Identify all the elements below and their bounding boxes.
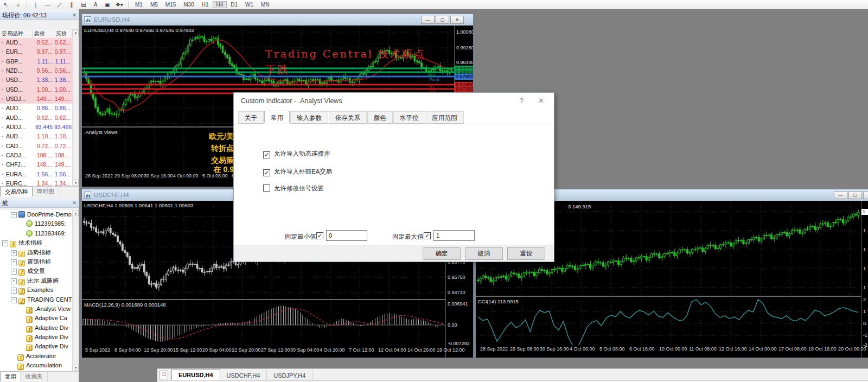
symbol-row[interactable]: AUD...1.10...1.10... [0,132,72,141]
trendline-icon[interactable]: ／ [54,1,66,9]
dialog-tab-5[interactable]: 水平位 [393,111,425,124]
tree-item[interactable]: 112391985: [0,219,72,228]
market-watch-table[interactable]: AUD...0.62...0.62...EUR...0.97...0.97...… [0,38,72,186]
symbol-row[interactable]: GBP...1.11...1.11... [0,57,72,66]
cancel-button[interactable]: 取消 [465,247,503,260]
reset-button[interactable]: 重设 [507,247,545,260]
price-scale[interactable]: 1111210.-1-21 [861,201,868,358]
checkbox-unchecked[interactable] [263,184,270,192]
symbol-row[interactable]: EURC...1.34...1.34... [0,179,72,186]
cursor-icon[interactable]: ↖ [0,2,12,8]
market-watch-scrollbar[interactable]: ▲ ▼ [72,29,78,186]
navigator-titlebar[interactable]: 航 ✕ [0,199,79,208]
timeframe-m15-button[interactable]: M15 [162,2,180,8]
tree-item[interactable]: +f趋势指标 [0,248,72,257]
tree-item[interactable]: fAdaptive Div [0,342,72,351]
equidistant-channel-icon[interactable]: ∥ [66,2,78,8]
fixed-maximum-checkbox[interactable]: ✓ [424,232,431,239]
timeframe-mn-button[interactable]: MN [257,2,273,8]
close-icon[interactable]: ✕ [538,97,544,105]
dialog-tab-0[interactable]: 关于 [238,111,264,124]
symbol-row[interactable]: AUDJ...93.44593.466 [0,123,72,132]
window-titlebar[interactable]: EURUSD,H4—▢✕ [82,14,473,26]
vertical-line-icon[interactable]: ｜ [30,1,42,9]
timeframe-w1-button[interactable]: W1 [241,2,257,8]
horizontal-line-icon[interactable]: — [42,2,54,8]
symbol-row[interactable]: AUD...0.62...0.62... [0,113,72,123]
market-watch-titlebar[interactable]: 场报价: 06:42:13 ✕ [0,11,79,20]
timeframe-d1-button[interactable]: D1 [227,2,241,8]
tree-item[interactable]: −DooPrime-Demo [0,210,72,219]
column-header[interactable]: 买价 [54,29,72,38]
tree-item[interactable]: +f成交量 [0,266,72,276]
expand-icon[interactable]: + [11,259,17,265]
tree-item[interactable]: +fExamples [0,285,72,295]
arrows-icon[interactable]: ✥▾ [113,2,125,8]
tree-item[interactable]: −f技术指标 [0,238,72,247]
tree-item[interactable]: fAccelerator [0,352,72,361]
close-button[interactable]: ✕ [450,16,464,24]
tree-item[interactable]: fAdaptive Div [0,333,72,342]
expand-icon[interactable]: + [11,269,17,275]
fixed-maximum-input[interactable] [433,230,475,241]
checkbox-checked[interactable]: ✓ [263,169,270,176]
symbol-row[interactable]: USD...1.00...1.00... [0,85,72,94]
close-icon[interactable]: ✕ [72,11,76,20]
collapse-icon[interactable]: − [11,297,17,303]
tree-item[interactable]: 112393469: [0,229,72,238]
dialog-tab-2[interactable]: 输入参数 [290,111,328,124]
dialog-tab-3[interactable]: 依存关系 [329,111,367,124]
column-header[interactable]: 卖价 [33,29,54,38]
collapse-icon[interactable]: − [11,212,17,218]
tree-item[interactable]: fAdaptive Div [0,323,72,333]
restore-window-icon[interactable]: ❏ [159,371,168,379]
expand-icon[interactable]: + [11,278,17,284]
dialog-tab-1[interactable]: 常用 [264,111,290,123]
symbol-row[interactable]: CHFJ...148....149.... [0,160,72,169]
fixed-minimum-input[interactable] [326,230,367,241]
market-watch-tab-0[interactable]: 交易品种 [0,187,33,196]
fixed-minimum-checkbox[interactable]: ✓ [316,232,323,239]
tree-item[interactable]: +f震荡指标 [0,257,72,266]
symbol-row[interactable]: EURA...1.56...1.56... [0,170,72,179]
column-header[interactable]: 交易品种 [0,29,33,38]
tree-item[interactable]: fAccumulation [0,361,72,370]
expand-icon[interactable]: + [11,250,17,256]
help-icon[interactable]: ? [520,97,524,105]
dialog-tab-4[interactable]: 颜色 [367,111,393,124]
scroll-up-icon[interactable]: ▲ [73,29,79,35]
symbol-row[interactable]: EUR...0.97...0.97... [0,47,72,56]
expand-icon[interactable]: + [11,288,17,294]
timeframe-m1-button[interactable]: M1 [131,2,146,8]
symbol-row[interactable]: USD...1.38...1.38... [0,75,72,85]
symbol-row[interactable]: NZD...0.56...0.56... [0,66,72,75]
chart-tab-eurusd-h4[interactable]: EURUSD,H4 [171,369,220,381]
scroll-up-icon[interactable]: ▲ [73,210,79,216]
tree-item[interactable]: +f比尔 威廉姆 [0,276,72,285]
tree-item[interactable]: fAdaptive Ca [0,314,72,323]
minimize-button[interactable]: — [834,191,847,199]
close-icon[interactable]: ✕ [72,199,76,208]
collapse-icon[interactable]: − [2,240,8,246]
tree-item[interactable]: f.Analyst View [0,304,72,314]
ok-button[interactable]: 确定 [423,247,461,260]
navigator-tab-1[interactable]: 收藏夹 [21,372,48,381]
navigator-tree[interactable]: −DooPrime-Demo112391985:112393469:−f技术指标… [0,210,72,371]
timeframe-h1-button[interactable]: H1 [198,2,213,8]
market-watch-header[interactable]: 交易品种卖价买价 [0,29,72,39]
symbol-row[interactable]: CAD...0.72...0.72... [0,142,72,151]
close-button[interactable]: ✕ [863,191,868,199]
navigator-scrollbar[interactable]: ▲ ▼ [72,210,78,371]
text-label-icon[interactable]: ▣ [101,2,113,8]
minimize-button[interactable]: — [421,16,435,24]
symbol-row[interactable]: USDJ...149....149.... [0,94,72,104]
fibonacci-icon[interactable]: ▤ [78,2,90,8]
tree-item[interactable]: −fTRADING CENTI [0,295,72,304]
symbol-row[interactable]: AUD...0.86...0.86... [0,104,72,113]
checkbox-checked[interactable]: ✓ [263,151,270,158]
restore-button[interactable]: ▢ [436,16,449,24]
chart-tab-usdchf-h4[interactable]: USDCHF,H4 [220,370,267,381]
crosshair-icon[interactable]: ＋ [12,1,24,9]
symbol-row[interactable]: CADJ...108....108.... [0,151,72,160]
market-watch-tab-1[interactable]: 即时图 [33,187,59,196]
